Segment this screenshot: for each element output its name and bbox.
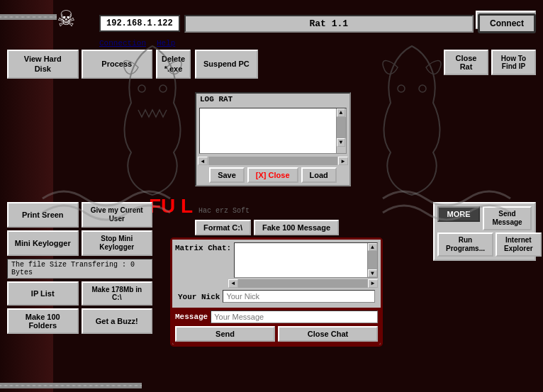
app-title: Rat 1.1 bbox=[184, 15, 474, 33]
process-button[interactable]: Process bbox=[82, 50, 153, 79]
right-top-panel: Close Rat How To Find IP bbox=[444, 50, 536, 78]
message-input-row: Message bbox=[175, 310, 378, 323]
view-hard-disk-button[interactable]: View HardDisk bbox=[7, 50, 79, 79]
message-section: Message Send Close Chat bbox=[172, 308, 381, 345]
hscroll-track bbox=[238, 279, 368, 288]
run-programs-button[interactable]: RunPrograms... bbox=[437, 233, 493, 257]
format-row: Format C:\ Fake 100 Message bbox=[195, 220, 339, 235]
log-buttons-row: Save [X] Close Load bbox=[196, 165, 349, 185]
log-hscrollbar: ◄ ► bbox=[198, 157, 348, 165]
message-label: Message bbox=[175, 313, 208, 321]
left-panel: View HardDisk Process bbox=[7, 50, 152, 82]
get-buzz-button[interactable]: Get a Buzz! bbox=[82, 308, 153, 334]
menu-help[interactable]: Help bbox=[157, 39, 175, 47]
ip-display: 192.168.1.122 bbox=[99, 15, 180, 32]
send-chat-button[interactable]: Send bbox=[175, 326, 275, 342]
chat-panel: Matrix Chat: ▲ ▼ ◄ ► Your Nick bbox=[170, 237, 383, 347]
scroll-track bbox=[208, 157, 337, 165]
scroll-left-btn[interactable]: ◄ bbox=[198, 157, 208, 165]
save-button[interactable]: Save bbox=[209, 167, 245, 183]
transfer-status: The file Size Transfering : 0 Bytes bbox=[7, 259, 152, 279]
log-scrollbar[interactable]: ▲ ▼ bbox=[336, 108, 346, 153]
fake-message-button[interactable]: Fake 100 Message bbox=[254, 220, 339, 235]
chain-decoration bbox=[0, 14, 57, 20]
chain-decoration bbox=[0, 383, 142, 388]
full-text-display: FU L bbox=[149, 195, 193, 218]
load-button[interactable]: Load bbox=[301, 167, 337, 183]
make-178mb-button[interactable]: Make 178Mb in C:\ bbox=[82, 281, 153, 306]
connect-button[interactable]: Connect bbox=[478, 13, 536, 33]
print-screen-button[interactable]: Print Sreen bbox=[7, 202, 79, 228]
log-panel: LOG RAT ▲ ▼ ◄ ► Save [X] Close Load bbox=[195, 92, 351, 186]
suspend-pc-button[interactable]: Suspend PC bbox=[195, 50, 258, 79]
give-current-user-button[interactable]: Give my CurentUser bbox=[82, 202, 153, 228]
message-input[interactable] bbox=[211, 310, 378, 323]
chat-action-buttons: Send Close Chat bbox=[175, 326, 378, 342]
matrix-chat-label: Matrix Chat: bbox=[175, 242, 231, 252]
watermark: Hac erz Soft bbox=[198, 207, 250, 215]
menu-bar: Connection Help bbox=[99, 39, 175, 47]
chat-vscrollbar[interactable]: ▲ ▼ bbox=[367, 243, 377, 277]
scroll-right-btn[interactable]: ► bbox=[338, 157, 348, 165]
ip-list-button[interactable]: IP List bbox=[7, 281, 79, 306]
chat-hscrollbar: ◄ ► bbox=[228, 279, 378, 288]
chat-matrix-section: Matrix Chat: ▲ ▼ ◄ ► Your Nick bbox=[172, 240, 381, 308]
how-to-find-ip-button[interactable]: How To Find IP bbox=[491, 50, 536, 75]
send-message-button[interactable]: SendMessage bbox=[483, 206, 532, 230]
log-area: ▲ ▼ bbox=[199, 108, 347, 154]
your-nick-label: Your Nick bbox=[178, 291, 220, 301]
log-title: LOG RAT bbox=[196, 94, 349, 105]
format-c-button[interactable]: Format C:\ bbox=[195, 220, 251, 235]
hscroll-right[interactable]: ► bbox=[368, 279, 378, 288]
more-panel: MORE SendMessage RunPrograms... Internet… bbox=[433, 202, 536, 261]
close-rat-button[interactable]: Close Rat bbox=[444, 50, 488, 75]
more-button[interactable]: MORE bbox=[437, 206, 480, 222]
stop-mini-keylogger-button[interactable]: Stop MiniKeylogger bbox=[82, 230, 153, 256]
nick-input[interactable] bbox=[223, 290, 375, 303]
make-100-folders-button[interactable]: Make 100 Folders bbox=[7, 308, 79, 334]
menu-connection[interactable]: Connection bbox=[99, 39, 146, 47]
nick-row: Your Nick bbox=[175, 288, 378, 305]
mini-keylogger-button[interactable]: Mini Keylogger bbox=[7, 230, 79, 256]
top-center-toolbar: Delete*.exe Suspend PC bbox=[156, 50, 258, 79]
close-log-button[interactable]: [X] Close bbox=[247, 167, 298, 183]
hscroll-left[interactable]: ◄ bbox=[228, 279, 238, 288]
top-bar: 192.168.1.122 Rat 1.1 Connect bbox=[99, 6, 536, 41]
bottom-left-panel: Print Sreen Give my CurentUser Mini Keyl… bbox=[7, 202, 152, 337]
skull-icon: ☠ bbox=[58, 6, 74, 33]
chat-display-area: ▲ ▼ bbox=[234, 242, 378, 278]
delete-exe-button[interactable]: Delete*.exe bbox=[156, 50, 191, 79]
internet-explorer-button[interactable]: InternetExplorer bbox=[496, 233, 542, 257]
close-chat-button[interactable]: Close Chat bbox=[278, 326, 378, 342]
